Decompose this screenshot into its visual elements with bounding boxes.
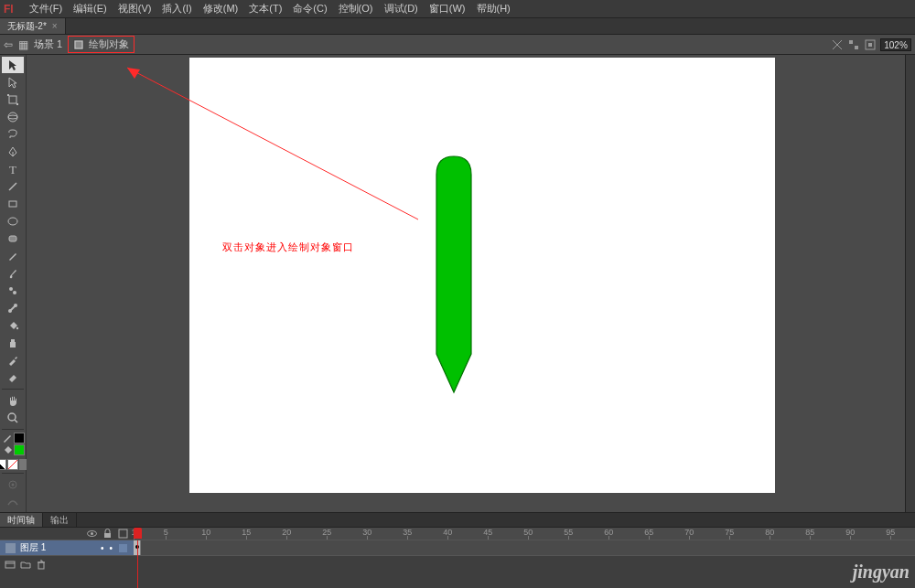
brush-tool[interactable] (2, 265, 24, 282)
watermark: jingyan (853, 561, 910, 583)
option-smooth-icon[interactable] (2, 494, 24, 510)
outline-column-icon[interactable] (118, 529, 128, 539)
stage-area[interactable]: 双击对象进入绘制对象窗口 (27, 55, 905, 512)
svg-point-19 (16, 327, 18, 329)
subselection-tool[interactable] (2, 74, 24, 91)
svg-point-30 (91, 532, 93, 535)
ink-bottle-tool[interactable] (2, 335, 24, 351)
layer-lock-dot[interactable]: • (109, 543, 113, 553)
bone-tool[interactable] (2, 300, 24, 316)
close-tab-icon[interactable]: × (52, 21, 58, 31)
svg-point-18 (14, 304, 17, 307)
menu-file[interactable]: 文件(F) (24, 0, 68, 17)
document-tab[interactable]: 无标题-2* × (0, 18, 66, 34)
svg-rect-32 (119, 529, 127, 538)
menu-modify[interactable]: 修改(M) (198, 0, 244, 17)
layer-outline-box[interactable] (118, 543, 128, 553)
frame-ruler[interactable]: 15101520253035404550556065707580859095 (134, 528, 915, 540)
svg-rect-14 (9, 236, 16, 241)
fill-color-swatch[interactable] (14, 444, 25, 455)
zoom-field[interactable]: 102% (880, 38, 911, 51)
green-shape[interactable] (433, 155, 475, 394)
timeline-panel: 时间轴 输出 151015202530354045505560657075808… (0, 512, 915, 588)
new-layer-icon[interactable] (4, 558, 16, 571)
no-color-icon[interactable] (7, 459, 18, 470)
pen-tool[interactable] (2, 144, 24, 160)
free-transform-tool[interactable] (2, 91, 24, 108)
svg-rect-5 (9, 96, 16, 103)
eyedropper-tool[interactable] (2, 352, 24, 369)
pencil-tool[interactable] (2, 248, 24, 264)
menu-text[interactable]: 文本(T) (243, 0, 287, 17)
menu-window[interactable]: 窗口(W) (424, 0, 471, 17)
back-icon[interactable]: ⇦ (4, 38, 13, 51)
frames-area[interactable] (134, 540, 915, 555)
menu-control[interactable]: 控制(O) (333, 0, 379, 17)
stroke-color-swatch[interactable] (14, 433, 25, 444)
svg-rect-34 (5, 561, 15, 568)
selection-tool[interactable] (2, 57, 24, 73)
deco-tool[interactable] (2, 283, 24, 299)
edit-symbols-icon[interactable] (847, 38, 860, 51)
lasso-tool[interactable] (2, 126, 24, 143)
svg-rect-12 (9, 201, 16, 207)
edit-scene-icon[interactable] (831, 38, 844, 51)
svg-point-16 (13, 291, 16, 294)
line-tool[interactable] (2, 178, 24, 195)
svg-rect-3 (855, 46, 858, 49)
zoom-tool[interactable] (2, 410, 24, 426)
drawing-object-label: 绘制对象 (89, 37, 129, 51)
edit-bar: ⇦ ▦ 场景 1 绘制对象 102% (0, 35, 915, 55)
svg-rect-33 (119, 544, 127, 552)
collapsed-panel-dock[interactable] (905, 55, 915, 512)
svg-point-15 (9, 287, 13, 291)
svg-point-17 (8, 309, 12, 313)
svg-line-11 (9, 183, 16, 190)
scene-list-icon[interactable]: ▦ (18, 38, 28, 51)
svg-rect-0 (75, 41, 82, 48)
delete-layer-icon[interactable] (35, 558, 48, 571)
menu-debug[interactable]: 调试(D) (379, 0, 424, 17)
drawing-object-breadcrumb[interactable]: 绘制对象 (68, 36, 135, 53)
option-snap-icon[interactable] (2, 476, 24, 493)
scene-breadcrumb[interactable]: 场景 1 (34, 37, 62, 51)
svg-point-9 (8, 115, 17, 119)
menu-edit[interactable]: 编辑(E) (68, 0, 113, 17)
fill-color-icon (2, 444, 13, 455)
paint-bucket-tool[interactable] (2, 317, 24, 334)
svg-rect-2 (849, 40, 853, 44)
rect-primitive-tool[interactable] (2, 230, 24, 247)
svg-rect-20 (10, 342, 16, 347)
stroke-swatch-row (2, 433, 25, 444)
stage-canvas[interactable]: 双击对象进入绘制对象窗口 (189, 58, 775, 493)
menu-command[interactable]: 命令(C) (287, 0, 332, 17)
eye-column-icon[interactable] (87, 529, 97, 539)
lock-column-icon[interactable] (102, 529, 113, 539)
new-folder-icon[interactable] (19, 558, 32, 571)
menu-view[interactable]: 视图(V) (113, 0, 157, 17)
tab-output[interactable]: 输出 (43, 513, 77, 527)
tool-divider (2, 389, 24, 390)
document-tab-strip: 无标题-2* × (0, 18, 915, 35)
default-colors-icon[interactable] (0, 459, 6, 470)
tab-timeline[interactable]: 时间轴 (0, 513, 43, 527)
3d-rotation-tool[interactable] (2, 109, 24, 125)
oval-tool[interactable] (2, 213, 24, 230)
document-tab-title: 无标题-2* (7, 20, 47, 33)
fit-in-window-icon[interactable] (864, 38, 877, 51)
playhead[interactable] (137, 540, 138, 588)
hand-tool[interactable] (2, 392, 24, 409)
menu-insert[interactable]: 插入(I) (156, 0, 197, 17)
svg-text:T: T (9, 163, 16, 176)
menu-help[interactable]: 帮助(H) (471, 0, 516, 17)
text-tool[interactable]: T (2, 161, 24, 177)
layer-visible-dot[interactable]: • (101, 543, 104, 553)
layer-row[interactable]: 图层 1 • • (0, 540, 134, 555)
tool-divider (2, 429, 24, 430)
stroke-color-icon (2, 433, 13, 444)
svg-rect-31 (104, 533, 111, 538)
drawing-object-icon (73, 39, 84, 50)
rectangle-tool[interactable] (2, 196, 24, 212)
tools-panel: T (0, 55, 27, 512)
eraser-tool[interactable] (2, 369, 24, 386)
